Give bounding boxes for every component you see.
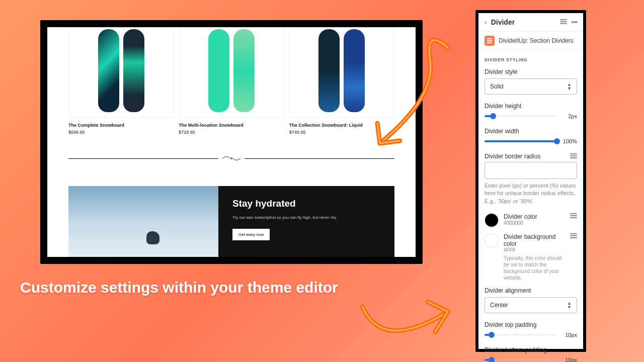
hero-title: Stay hydrated <box>232 198 382 209</box>
field-bottom-padding: Divider bottom padding 10px <box>478 343 583 362</box>
product-name: The Multi-location Snowboard <box>179 123 284 128</box>
field-border-radius: Enter pixel (px) or percent (%) values h… <box>478 162 583 210</box>
product-image <box>179 27 284 118</box>
product-grid: The Complete Snowboard $699.95 The Multi… <box>47 27 416 135</box>
product-name: The Complete Snowboard <box>68 123 174 128</box>
field-divider-width: Divider width 100% <box>478 125 583 150</box>
color-swatch[interactable] <box>485 233 499 247</box>
color-hex: #FFF <box>504 247 565 253</box>
select-value: Solid <box>490 83 504 90</box>
database-icon[interactable] <box>570 213 577 219</box>
hero-cta-button[interactable]: Get waxy now <box>232 229 270 240</box>
field-label: Divider style <box>485 68 577 75</box>
app-logo-icon <box>485 36 495 46</box>
panel-title: Divider <box>491 18 560 26</box>
field-label: Divider border radius <box>485 153 540 160</box>
field-alignment: Divider alignment Center ▲▼ <box>478 284 583 318</box>
chevron-updown-icon: ▲▼ <box>567 301 572 309</box>
product-card[interactable]: The Complete Snowboard $699.95 <box>68 27 174 135</box>
field-border-radius-label-row: Divider border radius <box>478 150 583 162</box>
style-select[interactable]: Solid ▲▼ <box>485 78 577 95</box>
product-image <box>289 27 394 118</box>
hero-body: Try our wax subscription so you can fly … <box>232 215 382 220</box>
more-icon[interactable]: ••• <box>571 19 577 25</box>
field-divider-color: Divider color #000000 <box>478 210 583 230</box>
database-icon[interactable] <box>560 19 567 25</box>
field-top-padding: Divider top padding 10px <box>478 318 583 343</box>
select-value: Center <box>490 302 508 309</box>
field-divider-style: Divider style Solid ▲▼ <box>478 65 583 100</box>
field-label: Divider top padding <box>485 321 577 328</box>
app-identifier[interactable]: DivideItUp: Section Dividers <box>478 32 583 50</box>
field-bg-color: Divider background color #FFF Typically,… <box>478 230 583 284</box>
product-name: The Collection Snowboard: Liquid <box>289 123 394 128</box>
color-hex: #000000 <box>504 220 565 226</box>
helper-text: Typically, this color should be set to m… <box>504 255 565 281</box>
storefront-preview-frame: The Complete Snowboard $699.95 The Multi… <box>40 20 423 264</box>
border-radius-input[interactable] <box>485 162 577 179</box>
slider-value: 100% <box>561 138 577 144</box>
slider-value: 10px <box>561 357 577 362</box>
chevron-updown-icon: ▲▼ <box>567 82 572 90</box>
product-image <box>68 27 174 118</box>
callout-arrow-icon <box>352 287 463 352</box>
color-label: Divider color <box>504 213 565 220</box>
height-slider[interactable] <box>485 113 557 120</box>
field-label: Divider alignment <box>485 287 577 294</box>
helper-text: Enter pixel (px) or percent (%) values h… <box>485 182 577 205</box>
field-label: Divider bottom padding <box>485 346 577 353</box>
color-label: Divider background color <box>504 233 565 247</box>
marketing-tagline: Customize settings within your theme edi… <box>20 279 338 296</box>
database-icon[interactable] <box>570 233 577 239</box>
hero-image <box>68 186 218 257</box>
database-icon[interactable] <box>570 153 577 159</box>
app-name: DivideItUp: Section Dividers <box>499 37 574 44</box>
hero-banner: Stay hydrated Try our wax subscription s… <box>68 186 394 257</box>
section-heading: DIVIDER STYLING <box>478 50 583 65</box>
product-price: $729.95 <box>179 130 284 135</box>
alignment-select[interactable]: Center ▲▼ <box>485 297 577 313</box>
field-divider-height: Divider height 2px <box>478 100 583 125</box>
field-label: Divider width <box>485 128 577 135</box>
top-padding-slider[interactable] <box>485 331 557 338</box>
settings-panel: ‹ Divider ••• DivideItUp: Section Divide… <box>475 10 586 352</box>
hero-content: Stay hydrated Try our wax subscription s… <box>218 186 394 257</box>
storefront-preview: The Complete Snowboard $699.95 The Multi… <box>47 27 416 257</box>
width-slider[interactable] <box>485 138 557 145</box>
section-divider <box>68 156 394 161</box>
product-price: $749.95 <box>289 130 394 135</box>
slider-value: 10px <box>561 332 577 338</box>
color-swatch[interactable] <box>485 213 499 227</box>
panel-header: ‹ Divider ••• <box>478 13 583 32</box>
product-price: $699.95 <box>68 130 174 135</box>
product-card[interactable]: The Collection Snowboard: Liquid $749.95 <box>289 27 394 135</box>
flourish-icon <box>221 156 242 161</box>
field-label: Divider height <box>485 103 577 110</box>
slider-value: 2px <box>561 113 577 119</box>
bottom-padding-slider[interactable] <box>485 356 557 362</box>
back-icon[interactable]: ‹ <box>485 18 487 26</box>
product-card[interactable]: The Multi-location Snowboard $729.95 <box>179 27 284 135</box>
